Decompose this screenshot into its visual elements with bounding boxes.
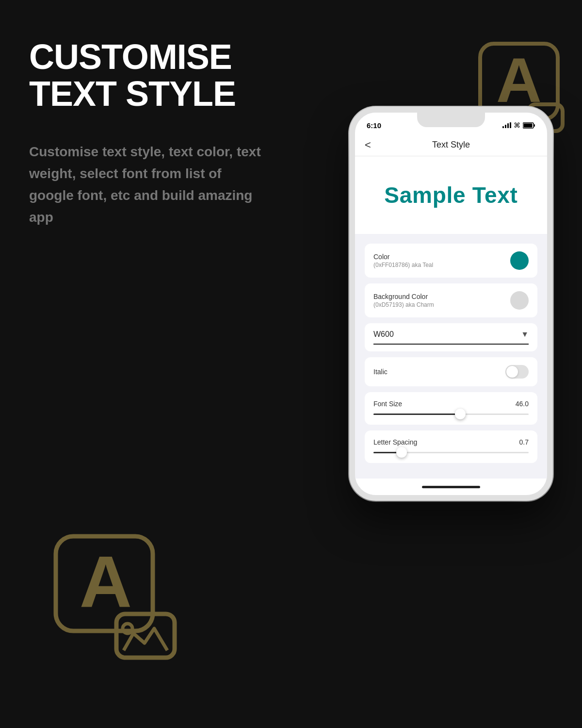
- color-label-group: Color (0xFF018786) aka Teal: [373, 253, 433, 268]
- toggle-knob: [506, 366, 518, 378]
- main-title: CUSTOMISE TEXT STYLE: [29, 39, 262, 112]
- letter-spacing-section: Letter Spacing 0.7: [365, 430, 537, 463]
- signal-bar-1: [502, 126, 504, 128]
- letter-a-icon-bottom: A: [48, 529, 184, 665]
- bg-color-label: Background Color: [373, 293, 434, 300]
- color-row[interactable]: Color (0xFF018786) aka Teal: [365, 244, 537, 278]
- home-indicator: [355, 479, 547, 495]
- bg-color-sublabel: (0xD57193) aka Charm: [373, 301, 434, 308]
- phone-mockup: 6:10 ⌘ < Text Style: [349, 107, 553, 501]
- signal-bar-4: [510, 122, 511, 128]
- side-button-3: [349, 232, 350, 261]
- font-size-track[interactable]: [373, 414, 529, 415]
- italic-toggle[interactable]: [505, 365, 529, 379]
- letter-spacing-track[interactable]: [373, 452, 529, 453]
- signal-bar-3: [507, 123, 509, 128]
- color-swatch-pink[interactable]: [510, 291, 529, 310]
- font-size-section: Font Size 46.0: [365, 392, 537, 425]
- font-size-label: Font Size: [373, 400, 402, 408]
- screen-title: Text Style: [432, 140, 470, 150]
- signal-bar-2: [505, 125, 506, 128]
- left-content: CUSTOMISE TEXT STYLE Customise text styl…: [29, 39, 262, 228]
- side-button-right: [552, 200, 553, 239]
- status-icons: ⌘: [502, 121, 535, 129]
- home-bar: [422, 486, 480, 488]
- svg-text:A: A: [80, 541, 132, 622]
- settings-area: Color (0xFF018786) aka Teal Background C…: [355, 234, 547, 479]
- status-time: 6:10: [367, 121, 381, 130]
- signal-bars: [502, 122, 511, 128]
- italic-row[interactable]: Italic: [365, 357, 537, 386]
- bg-color-label-group: Background Color (0xD57193) aka Charm: [373, 293, 434, 308]
- svg-rect-8: [524, 123, 533, 127]
- sample-area: Sample Text: [355, 156, 547, 234]
- color-sublabel: (0xFF018786) aka Teal: [373, 262, 433, 268]
- color-swatch-teal[interactable]: [510, 251, 529, 270]
- italic-label: Italic: [373, 368, 388, 376]
- font-size-fill: [373, 414, 460, 415]
- font-size-thumb[interactable]: [455, 409, 466, 419]
- letter-spacing-thumb[interactable]: [396, 447, 407, 458]
- side-button-1: [349, 171, 350, 188]
- color-label: Color: [373, 253, 433, 261]
- bg-color-row[interactable]: Background Color (0xD57193) aka Charm: [365, 283, 537, 317]
- letter-spacing-label: Letter Spacing: [373, 438, 417, 446]
- sample-text: Sample Text: [384, 182, 517, 208]
- weight-dropdown[interactable]: W600 ▼: [365, 323, 537, 351]
- svg-point-6: [123, 624, 132, 633]
- phone-body: 6:10 ⌘ < Text Style: [349, 107, 553, 501]
- weight-value: W600: [373, 330, 394, 339]
- back-button[interactable]: <: [365, 139, 371, 151]
- letter-spacing-value: 0.7: [519, 438, 529, 446]
- font-size-value: 46.0: [516, 400, 529, 408]
- description: Customise text style, text color, text w…: [29, 141, 262, 228]
- wifi-icon: ⌘: [514, 121, 520, 129]
- svg-rect-9: [534, 124, 535, 127]
- app-header: < Text Style: [355, 134, 547, 156]
- battery-icon: [523, 122, 535, 129]
- notch: [417, 113, 485, 127]
- side-button-2: [349, 195, 350, 224]
- dropdown-arrow-icon: ▼: [521, 330, 529, 339]
